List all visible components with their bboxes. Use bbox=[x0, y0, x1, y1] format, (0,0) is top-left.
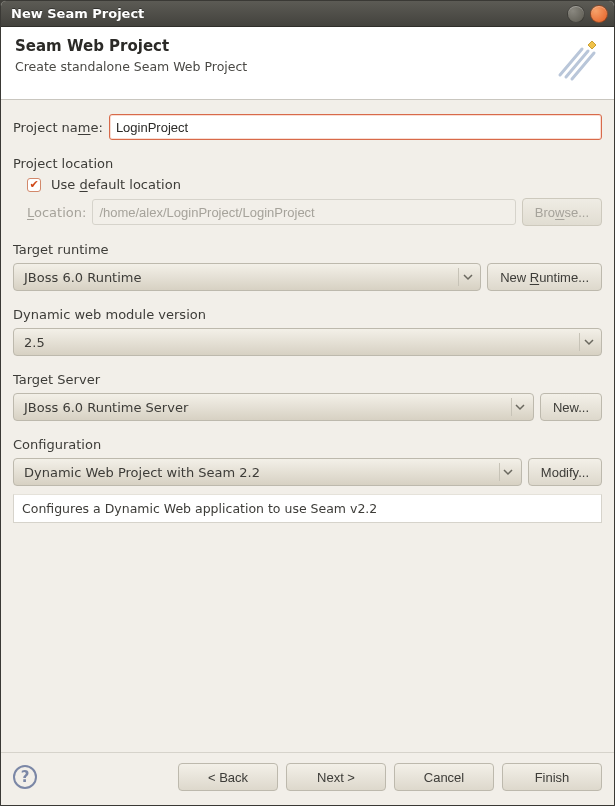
banner-text: Seam Web Project Create standalone Seam … bbox=[15, 37, 247, 74]
back-button[interactable]: < Back bbox=[178, 763, 278, 791]
use-default-checkbox[interactable]: ✔ bbox=[27, 178, 41, 192]
web-module-row: 2.5 bbox=[13, 328, 602, 356]
footer: ? < Back Next > Cancel Finish bbox=[1, 752, 614, 805]
project-location-title: Project location bbox=[13, 156, 602, 171]
use-default-row: ✔ Use default location bbox=[13, 177, 602, 192]
titlebar[interactable]: New Seam Project bbox=[1, 1, 614, 27]
chevron-down-icon bbox=[458, 268, 476, 286]
target-runtime-value: JBoss 6.0 Runtime bbox=[24, 270, 452, 285]
chevron-down-icon bbox=[579, 333, 597, 351]
project-name-input[interactable] bbox=[109, 114, 602, 140]
target-server-value: JBoss 6.0 Runtime Server bbox=[24, 400, 505, 415]
new-runtime-button[interactable]: New Runtime... bbox=[487, 263, 602, 291]
target-runtime-title: Target runtime bbox=[13, 242, 602, 257]
window-title: New Seam Project bbox=[11, 6, 562, 21]
next-button[interactable]: Next > bbox=[286, 763, 386, 791]
project-name-row: Project name: bbox=[13, 114, 602, 140]
banner-title: Seam Web Project bbox=[15, 37, 247, 55]
dialog-window: New Seam Project Seam Web Project Create… bbox=[0, 0, 615, 806]
finish-button[interactable]: Finish bbox=[502, 763, 602, 791]
web-module-select[interactable]: 2.5 bbox=[13, 328, 602, 356]
spacer bbox=[13, 529, 602, 738]
new-server-button[interactable]: New... bbox=[540, 393, 602, 421]
chevron-down-icon bbox=[499, 463, 517, 481]
location-input bbox=[92, 199, 515, 225]
target-server-row: JBoss 6.0 Runtime Server New... bbox=[13, 393, 602, 421]
content-area: Project name: Project location ✔ Use def… bbox=[1, 100, 614, 752]
web-module-title: Dynamic web module version bbox=[13, 307, 602, 322]
close-icon[interactable] bbox=[590, 5, 608, 23]
chevron-down-icon bbox=[511, 398, 529, 416]
location-row: Location: Browse... bbox=[13, 198, 602, 226]
configuration-description: Configures a Dynamic Web application to … bbox=[13, 494, 602, 523]
use-default-label: Use default location bbox=[51, 177, 181, 192]
project-name-label: Project name: bbox=[13, 120, 103, 135]
browse-button: Browse... bbox=[522, 198, 602, 226]
banner: Seam Web Project Create standalone Seam … bbox=[1, 27, 614, 100]
target-server-select[interactable]: JBoss 6.0 Runtime Server bbox=[13, 393, 534, 421]
banner-subtitle: Create standalone Seam Web Project bbox=[15, 59, 247, 74]
configuration-value: Dynamic Web Project with Seam 2.2 bbox=[24, 465, 493, 480]
footer-buttons: < Back Next > Cancel Finish bbox=[178, 763, 602, 791]
modify-button[interactable]: Modify... bbox=[528, 458, 602, 486]
help-icon[interactable]: ? bbox=[13, 765, 37, 789]
cancel-button[interactable]: Cancel bbox=[394, 763, 494, 791]
configuration-row: Dynamic Web Project with Seam 2.2 Modify… bbox=[13, 458, 602, 486]
configuration-title: Configuration bbox=[13, 437, 602, 452]
target-server-title: Target Server bbox=[13, 372, 602, 387]
target-runtime-row: JBoss 6.0 Runtime New Runtime... bbox=[13, 263, 602, 291]
minimize-icon[interactable] bbox=[567, 5, 585, 23]
web-module-value: 2.5 bbox=[24, 335, 573, 350]
configuration-select[interactable]: Dynamic Web Project with Seam 2.2 bbox=[13, 458, 522, 486]
target-runtime-select[interactable]: JBoss 6.0 Runtime bbox=[13, 263, 481, 291]
seam-icon bbox=[552, 37, 600, 85]
location-label: Location: bbox=[27, 205, 86, 220]
